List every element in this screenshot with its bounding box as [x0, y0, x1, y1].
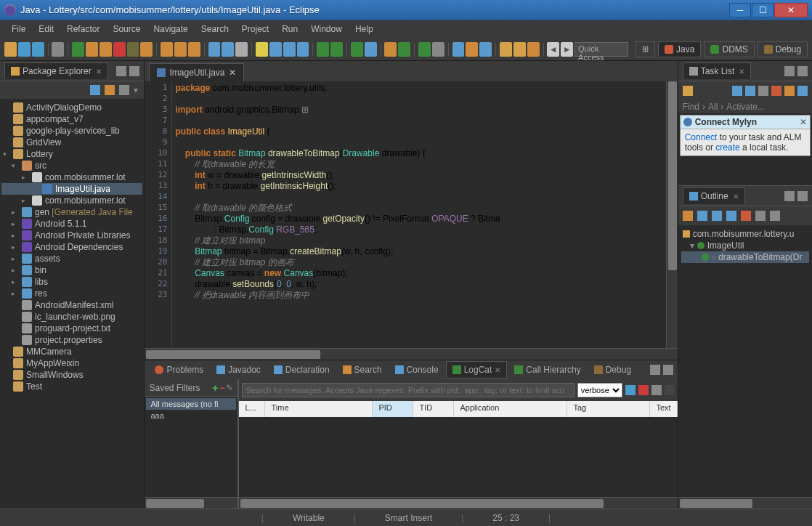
outline-tab[interactable]: Outline ✕ [683, 187, 745, 204]
export-log-icon[interactable] [665, 385, 675, 395]
perspective-java[interactable]: Java [658, 41, 701, 57]
minimize-view-icon[interactable] [116, 66, 126, 76]
open-type-icon[interactable] [452, 42, 465, 57]
new-task-icon[interactable] [683, 86, 693, 96]
pause2-icon[interactable] [100, 42, 112, 57]
scroll-lock-icon[interactable] [651, 385, 662, 395]
tree-item[interactable]: ▸gen [Generated Java File [1, 206, 142, 218]
menu-file[interactable]: File [6, 22, 31, 36]
mylyn-create-link[interactable]: create [715, 142, 739, 153]
open-perspective-button[interactable]: ⊞ [636, 41, 655, 57]
editor-hscroll[interactable] [145, 348, 677, 360]
menu-search[interactable]: Search [195, 22, 235, 36]
minimize-view-icon[interactable] [784, 66, 795, 76]
tree-item[interactable]: MMCamera [1, 346, 142, 357]
print-icon[interactable] [52, 42, 64, 57]
close-button[interactable]: ✕ [774, 3, 808, 17]
step-return-icon[interactable] [174, 42, 187, 57]
forward-icon[interactable]: ► [561, 42, 573, 57]
coverage-icon[interactable] [351, 42, 363, 57]
resource-icon[interactable] [283, 42, 296, 57]
edit-filter-icon[interactable]: ✎ [226, 383, 233, 393]
mylyn-connect-link[interactable]: Connect [685, 132, 718, 142]
remove-filter-icon[interactable]: − [219, 383, 224, 393]
save-all-icon[interactable] [32, 42, 44, 57]
collapse-icon[interactable] [784, 86, 795, 96]
tree-item[interactable]: ActivityDialogDemo [1, 102, 142, 113]
tree-item[interactable]: google-play-services_lib [1, 125, 142, 137]
code-editor[interactable]: 1237891011121314151617181920212223 packa… [145, 81, 677, 348]
outline-method[interactable]: S drawableToBitmap(Dr [681, 251, 809, 263]
col-time[interactable]: Time [265, 401, 373, 417]
minimize-view-icon[interactable] [650, 365, 660, 375]
tree-item[interactable]: ImageUtil.java [1, 183, 142, 195]
tab-javadoc[interactable]: Javadoc [211, 362, 267, 378]
tree-item[interactable]: project.properties [1, 334, 142, 346]
bug-icon[interactable] [317, 42, 329, 57]
tree-item[interactable]: ▸libs [1, 276, 142, 288]
log-level-select[interactable]: verbose [577, 383, 622, 397]
tab-search[interactable]: Search [337, 362, 388, 378]
tree-item[interactable]: ▸com.mobisummer.lot [1, 171, 142, 183]
run-icon[interactable] [72, 42, 84, 57]
tree-item[interactable]: GridView [1, 137, 142, 148]
sdk-icon[interactable] [222, 42, 234, 57]
manifest-icon[interactable] [269, 42, 282, 57]
outline-hscroll[interactable] [678, 497, 812, 509]
search2-icon[interactable] [466, 42, 478, 57]
col-tid[interactable]: TID [413, 401, 454, 417]
tab-problems[interactable]: Problems [149, 362, 209, 378]
tree-item[interactable]: MyAppWeixin [1, 357, 142, 369]
code-area[interactable]: package com.mobisummer.lottery.utils;imp… [172, 81, 665, 348]
clear-log-icon[interactable] [638, 385, 649, 395]
build-icon[interactable] [432, 42, 444, 57]
maximize-view-icon[interactable] [797, 66, 808, 76]
col-text[interactable]: Text [650, 401, 677, 417]
tree-item[interactable]: AndroidManifest.xml [1, 299, 142, 311]
close-icon[interactable]: ✕ [800, 117, 807, 127]
filter-all-messages[interactable]: All messages (no fi [146, 398, 236, 410]
disconnect-icon[interactable] [127, 42, 139, 57]
categorize-icon[interactable] [732, 86, 742, 96]
menu-run[interactable]: Run [276, 22, 304, 36]
maximize-view-icon[interactable] [797, 191, 808, 201]
minimize-view-icon[interactable] [784, 191, 795, 201]
close-icon[interactable]: ✕ [495, 366, 500, 374]
step-into-icon[interactable] [140, 42, 153, 57]
tree-item[interactable]: ▾src [1, 160, 142, 171]
menu-project[interactable]: Project [236, 22, 275, 36]
maximize-view-icon[interactable] [663, 365, 673, 375]
tree-item[interactable]: Test [1, 381, 142, 392]
editor-vscroll[interactable] [666, 81, 678, 348]
tree-item[interactable]: ▸res [1, 288, 142, 299]
filters-hscroll[interactable] [145, 497, 237, 509]
link2-icon[interactable] [770, 211, 780, 221]
tab-console[interactable]: Console [389, 362, 444, 378]
quick-access[interactable]: Quick Access [575, 42, 628, 57]
folder2-icon[interactable] [513, 42, 526, 57]
filter-icon[interactable] [797, 86, 808, 96]
task-find[interactable]: Find [683, 102, 699, 112]
collapse-all-icon[interactable] [90, 85, 100, 95]
external-icon[interactable] [365, 42, 377, 57]
new-pkg-icon[interactable] [384, 42, 397, 57]
tree-item[interactable]: appcompat_v7 [1, 113, 142, 125]
tree-item[interactable]: ▸assets [1, 253, 142, 264]
tab-debug[interactable]: Debug [588, 362, 637, 378]
close-icon[interactable]: ✕ [733, 193, 739, 201]
tab-logcat[interactable]: LogCat✕ [446, 361, 508, 379]
debug-icon[interactable] [208, 42, 221, 57]
step-over-icon[interactable] [161, 42, 173, 57]
col-level[interactable]: L... [239, 401, 265, 417]
tree-item[interactable]: ▸bin [1, 264, 142, 276]
lint-icon[interactable] [256, 42, 268, 57]
tree-item[interactable]: ▸Android 5.1.1 [1, 218, 142, 230]
new-class-icon[interactable] [398, 42, 410, 57]
task-activate[interactable]: Activate... [726, 102, 765, 112]
outline-package[interactable]: com.mobisummer.lottery.u [681, 228, 809, 240]
logcat-hscroll[interactable] [239, 497, 677, 509]
tree-item[interactable]: SmallWindows [1, 369, 142, 381]
pin-icon[interactable] [527, 42, 540, 57]
maximize-view-icon[interactable] [129, 66, 139, 76]
tree-item[interactable]: ▸Android Private Libraries [1, 230, 142, 241]
